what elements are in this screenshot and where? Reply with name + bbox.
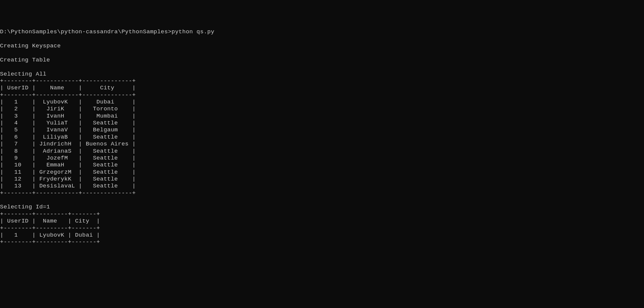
prompt-path: D:\PythonSamples\python-cassandra\Python… <box>0 28 171 35</box>
msg-creating-table: Creating Table <box>0 57 50 63</box>
table2: +--------+---------+-------+ | UserID | … <box>0 211 100 245</box>
msg-selecting-id1: Selecting Id=1 <box>0 204 50 210</box>
msg-creating-keyspace: Creating Keyspace <box>0 43 61 49</box>
table1: +--------+------------+--------------+ |… <box>0 78 136 196</box>
prompt-command: python qs.py <box>171 28 214 35</box>
msg-selecting-all: Selecting All <box>0 71 47 77</box>
terminal-output[interactable]: D:\PythonSamples\python-cassandra\Python… <box>0 28 644 246</box>
